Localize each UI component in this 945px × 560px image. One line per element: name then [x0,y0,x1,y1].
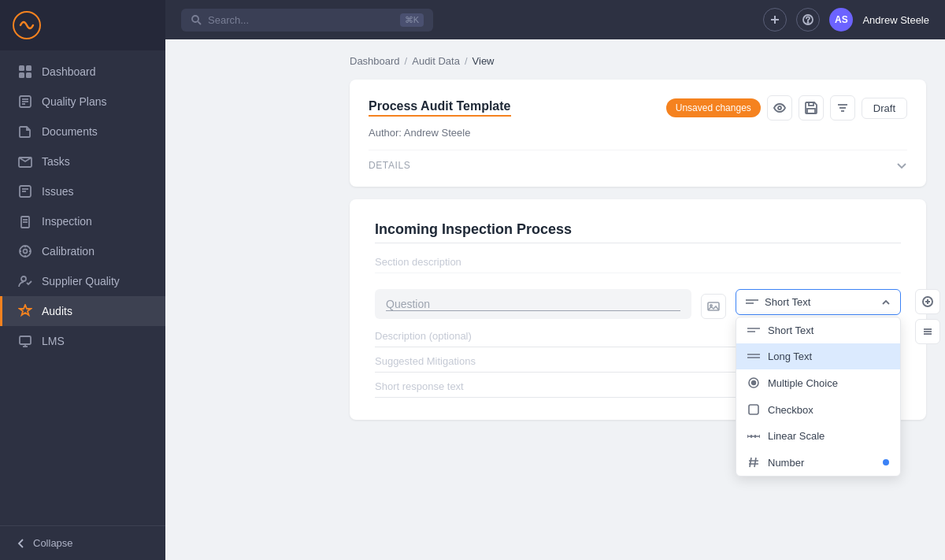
topbar: ⌘K AS Andrew Steele [165,0,945,39]
checkbox-icon [747,403,760,416]
template-title: Process Audit Template [369,99,511,117]
add-button[interactable] [763,8,787,32]
short-text-option-icon [747,327,760,335]
filter-button[interactable] [830,95,855,121]
number-icon [747,456,760,469]
preview-button[interactable] [767,95,792,121]
dropdown-wrap: Short Text Short Text Long Text [736,289,901,315]
sidebar-item-inspection[interactable]: Inspection [0,206,165,236]
dropdown-item-mc-label: Multiple Choice [768,377,838,389]
question-input-wrap [375,289,691,319]
svg-rect-33 [807,109,815,113]
svg-rect-4 [26,72,32,78]
breadcrumb-audit-data[interactable]: Audit Data [412,55,460,67]
svg-point-15 [20,246,31,257]
search-input[interactable] [208,14,394,26]
short-text-icon [746,299,758,306]
dropdown-selected: Short Text [765,296,810,308]
sidebar-label-dashboard: Dashboard [42,65,96,78]
save-button[interactable] [799,95,824,121]
help-button[interactable] [796,8,820,32]
breadcrumb-current: View [472,55,495,67]
search-box[interactable]: ⌘K [181,9,433,32]
sidebar-label-quality-plans: Quality Plans [42,95,106,108]
dropdown-item-long-text-label: Long Text [768,350,812,362]
dropdown-item-checkbox[interactable]: Checkbox [736,396,900,423]
dropdown-item-linear-label: Linear Scale [768,430,825,442]
user-name: Andrew Steele [862,14,929,26]
svg-point-21 [21,276,26,281]
breadcrumb-sep-1: / [405,55,408,67]
svg-point-16 [24,250,28,254]
dropdown-item-multiple-choice[interactable]: Multiple Choice [736,369,900,396]
section-title-input[interactable] [375,221,901,243]
sidebar-item-dashboard[interactable]: Dashboard [0,57,165,87]
plus-circle-icon [922,296,933,307]
sidebar-label-issues: Issues [42,185,73,198]
dropdown-trigger[interactable]: Short Text [736,289,901,315]
chevron-up-icon [881,298,891,307]
filter-icon [836,102,849,114]
reorder-button[interactable] [915,319,940,344]
sidebar-label-calibration: Calibration [42,245,94,258]
draft-button[interactable]: Draft [862,98,907,119]
svg-line-54 [754,458,756,467]
details-label: DETAILS [369,160,410,171]
sidebar-item-documents[interactable]: Documents [0,117,165,146]
svg-rect-2 [26,65,32,71]
question-block: Short Text Short Text Long Text [375,289,901,398]
collapse-label: Collapse [33,537,73,549]
section-card: Short Text Short Text Long Text [350,199,926,420]
sidebar: Dashboard Quality Plans Documents Tasks … [0,0,165,560]
sidebar-label-tasks: Tasks [42,155,70,168]
sidebar-item-quality-plans[interactable]: Quality Plans [0,87,165,117]
sidebar-item-audits[interactable]: Audits [0,296,165,326]
question-input[interactable] [386,298,680,311]
sidebar-label-inspection: Inspection [42,215,92,228]
sidebar-collapse[interactable]: Collapse [0,525,165,560]
unsaved-badge: Unsaved changes [666,98,761,117]
dropdown-item-short-text[interactable]: Short Text [736,317,900,343]
dropdown-dot [883,459,889,465]
dropdown-item-linear-scale[interactable]: Linear Scale [736,423,900,449]
multiple-choice-icon [747,376,760,389]
sidebar-label-audits: Audits [42,305,72,317]
kbd-hint: ⌘K [400,13,424,27]
sidebar-label-supplier-quality: Supplier Quality [42,275,120,287]
svg-line-53 [750,458,751,467]
sidebar-nav: Dashboard Quality Plans Documents Tasks … [0,50,165,525]
section-desc-input[interactable] [375,256,901,273]
add-section-button[interactable] [915,289,940,314]
svg-rect-22 [20,336,31,344]
svg-rect-3 [19,72,24,78]
reorder-icon [922,326,933,337]
sidebar-item-issues[interactable]: Issues [0,176,165,206]
svg-point-46 [752,381,756,385]
plus-icon [769,14,780,25]
sidebar-item-calibration[interactable]: Calibration [0,236,165,266]
sidebar-item-lms[interactable]: LMS [0,326,165,356]
image-button[interactable] [701,294,726,319]
chevron-down-icon [896,160,907,171]
template-header: Process Audit Template Unsaved changes D… [369,95,907,121]
dropdown-item-long-text[interactable]: Long Text [736,343,900,369]
svg-rect-1 [19,65,24,71]
avatar: AS [829,8,853,32]
breadcrumb-dashboard[interactable]: Dashboard [350,55,400,67]
sidebar-item-supplier-quality[interactable]: Supplier Quality [0,266,165,296]
question-row: Short Text Short Text Long Text [375,289,901,319]
side-actions [915,289,940,344]
long-text-option-icon [747,353,760,361]
save-icon [805,102,817,114]
breadcrumb-sep-2: / [465,55,468,67]
sidebar-logo [0,0,165,50]
main-content: Dashboard / Audit Data / View Process Au… [331,39,945,560]
svg-rect-32 [809,102,813,106]
dropdown-item-number[interactable]: Number [736,449,900,476]
sidebar-item-tasks[interactable]: Tasks [0,146,165,176]
image-icon [707,300,720,313]
dropdown-item-checkbox-label: Checkbox [768,404,813,416]
search-icon [191,14,202,25]
details-row[interactable]: DETAILS [369,150,907,171]
dropdown-item-short-text-label: Short Text [768,325,813,336]
